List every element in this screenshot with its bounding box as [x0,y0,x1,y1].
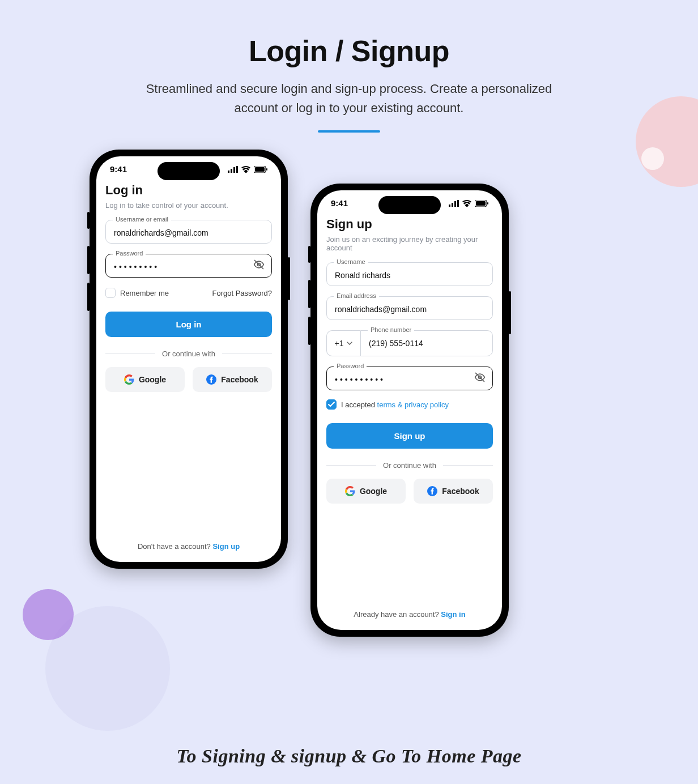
facebook-label: Facebook [221,375,258,384]
divider-text: Or continue with [383,461,436,470]
username-field[interactable]: Username or email ronaldrichards@gmail.c… [105,220,272,244]
status-time: 9:41 [110,164,127,174]
login-title: Log in [105,183,272,198]
facebook-button[interactable]: Facebook [414,479,493,504]
signup-username-field[interactable]: Username Ronald richards [326,262,493,286]
battery-icon [254,166,267,173]
phone-code-value: +1 [335,339,344,348]
bottom-text: Already have an account? [354,610,441,619]
phone-code-selector[interactable]: +1 [326,330,360,356]
phone-notch [158,162,220,180]
terms-text: I accepted [341,400,377,409]
signup-button[interactable]: Sign up [326,423,493,449]
eye-off-icon[interactable] [253,259,265,272]
login-button[interactable]: Log in [105,312,272,337]
svg-rect-10 [449,204,450,207]
bottom-text: Don't have a account? [138,542,213,551]
phone-signup: 9:41 Sign up Join us on an exciting jour… [310,184,509,637]
signup-email-field[interactable]: Email address ronaldrichads@gmail.com [326,296,493,320]
google-button[interactable]: Google [105,367,185,392]
signup-password-value: •••••••••• [335,375,484,384]
google-icon [345,486,355,496]
status-icons [449,200,488,207]
signup-email-value: ronaldrichads@gmail.com [335,305,484,314]
divider-line [326,465,376,466]
google-label: Google [360,487,387,496]
facebook-icon [427,486,437,496]
divider-line [443,465,493,466]
tagline: To Signing & signup & Go To Home Page [0,745,698,767]
signup-email-label: Email address [334,292,379,299]
password-label: Password [113,250,146,257]
check-icon [328,402,335,407]
signup-title: Sign up [326,217,493,232]
password-field[interactable]: Password ••••••••• [105,254,272,278]
wifi-icon [241,166,250,173]
terms-link[interactable]: terms & privacy policy [377,400,449,409]
phone-number-field[interactable]: Phone number (219) 555-0114 [360,330,493,356]
eye-off-icon[interactable] [474,372,486,385]
signup-link[interactable]: Sign up [212,542,240,551]
chevron-down-icon [347,342,352,345]
google-button[interactable]: Google [326,479,406,504]
page-title: Login / Signup [0,34,698,68]
facebook-button[interactable]: Facebook [193,367,272,392]
signin-link[interactable]: Sign in [441,610,465,619]
svg-rect-5 [255,167,265,172]
wifi-icon [462,200,471,207]
facebook-label: Facebook [442,487,479,496]
signup-username-label: Username [334,258,368,265]
svg-rect-12 [454,201,456,207]
remember-me-label: Remember me [120,289,169,297]
svg-rect-6 [266,168,267,171]
svg-rect-1 [231,169,232,173]
status-time: 9:41 [331,198,348,208]
remember-me-checkbox[interactable]: Remember me [105,288,169,298]
page-subtitle: Streamlined and secure login and sign-up… [139,79,559,118]
phone-label: Phone number [368,326,414,333]
status-icons [228,166,267,173]
phone-notch [378,196,441,214]
svg-rect-2 [233,167,235,173]
svg-rect-13 [457,200,459,207]
signup-password-field[interactable]: Password •••••••••• [326,367,493,390]
google-label: Google [139,375,166,384]
signup-password-label: Password [334,363,367,369]
divider-line [222,353,272,354]
title-underline [318,130,380,133]
login-subtitle: Log in to take control of your account. [105,201,272,210]
phone-value: (219) 555-0114 [369,339,484,348]
google-icon [124,374,134,385]
battery-icon [475,200,488,207]
signal-icon [228,166,238,173]
signal-icon [449,200,459,207]
signup-username-value: Ronald richards [335,271,484,280]
svg-rect-15 [476,201,486,206]
svg-rect-11 [452,203,453,207]
svg-rect-0 [228,171,229,173]
password-value: ••••••••• [114,262,263,271]
divider-line [105,353,155,354]
forgot-password-link[interactable]: Forgot Password? [212,289,273,297]
terms-checkbox[interactable] [326,399,337,410]
username-label: Username or email [113,216,171,223]
signup-subtitle: Join us on an exciting journey by creati… [326,235,493,252]
divider-text: Or continue with [162,350,215,358]
phone-login: 9:41 Log in Log in to take control of yo… [90,150,288,569]
username-value: ronaldrichards@gmail.com [114,228,263,237]
svg-rect-3 [236,166,238,173]
checkbox-icon [105,288,116,298]
facebook-icon [206,374,216,385]
svg-rect-16 [487,202,488,204]
